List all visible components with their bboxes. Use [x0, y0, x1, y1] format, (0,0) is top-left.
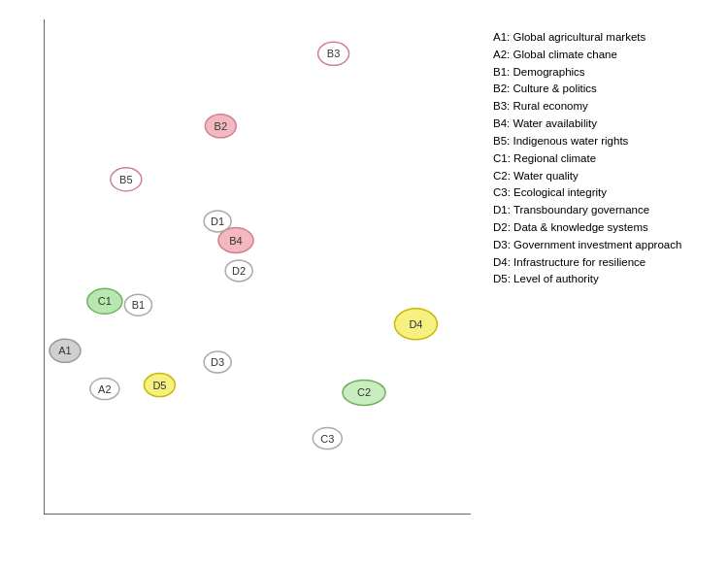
svg-text:A2: A2 [98, 383, 111, 395]
legend-item: C1: Regional climate [493, 150, 720, 168]
legend-item: D3: Government investment approach [493, 237, 720, 254]
legend-item: A1: Global agricultural markets [493, 29, 720, 47]
legend-item: D1: Transboundary governance [493, 202, 720, 219]
svg-text:C2: C2 [357, 386, 371, 398]
svg-text:D2: D2 [232, 265, 246, 277]
svg-text:D1: D1 [211, 216, 224, 227]
svg-text:D5: D5 [152, 380, 166, 391]
legend-item: D4: Infrastructure for resilience [493, 254, 720, 272]
legend-item: C3: Ecological integrity [493, 184, 720, 202]
svg-text:B5: B5 [119, 174, 132, 185]
legend-item: B3: Rural economy [493, 98, 720, 116]
svg-text:B4: B4 [229, 235, 242, 247]
svg-text:A1: A1 [58, 345, 71, 356]
legend-item: D2: Data & knowledge systems [493, 219, 720, 237]
main-container: 02468101214024681012 A1A2B1B2B3B4B5C1C2C… [0, 0, 728, 565]
legend-item: B5: Indigenous water rights [493, 133, 720, 150]
legend-item: B4: Water availability [493, 116, 720, 133]
svg-text:D4: D4 [409, 318, 422, 330]
legend: A1: Global agricultural marketsA2: Globa… [485, 10, 728, 555]
svg-text:C3: C3 [320, 433, 334, 445]
legend-item: C2: Water quality [493, 168, 720, 185]
legend-item: A2: Global climate chane [493, 47, 720, 64]
svg-text:D3: D3 [211, 356, 224, 368]
svg-text:B1: B1 [132, 299, 145, 311]
svg-text:B2: B2 [215, 120, 227, 132]
legend-item: D5: Level of authority [493, 271, 720, 288]
scatter-plot: 02468101214024681012 A1A2B1B2B3B4B5C1C2C… [44, 19, 471, 515]
legend-item: B1: Demographics [493, 64, 720, 82]
svg-text:C1: C1 [98, 295, 112, 307]
chart-area: 02468101214024681012 A1A2B1B2B3B4B5C1C2C… [10, 10, 485, 553]
svg-text:B3: B3 [327, 48, 340, 59]
legend-item: B2: Culture & politics [493, 81, 720, 98]
